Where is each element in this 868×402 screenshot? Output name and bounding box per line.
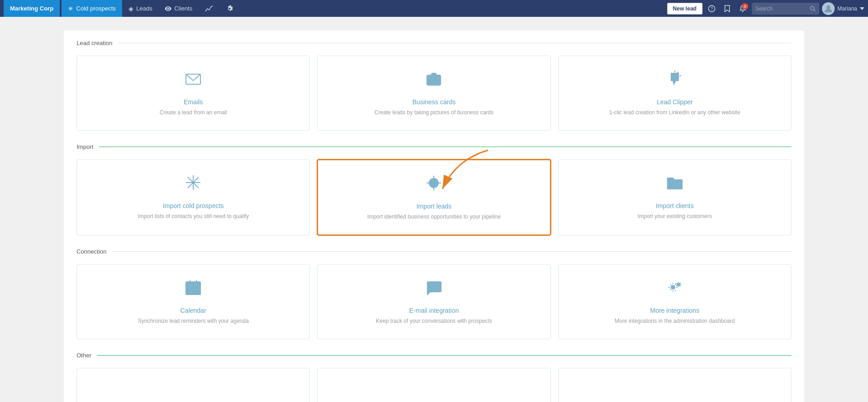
email-integration-desc: Keep track of your conversations with pr…: [376, 317, 492, 325]
more-integrations-title: More integrations: [650, 307, 699, 314]
main-content: Lead creation Emails Create a lead from …: [0, 17, 868, 402]
card-emails[interactable]: Emails Create a lead from an email: [77, 56, 310, 131]
other-grid: [77, 368, 791, 402]
calendar-icon: [184, 278, 202, 300]
import-clients-desc: Import your existing customers: [637, 212, 712, 220]
search-box[interactable]: [752, 3, 819, 15]
nav-leads[interactable]: ◈ Leads: [122, 0, 159, 17]
svg-point-16: [192, 182, 194, 183]
chat-icon: [425, 278, 443, 300]
card-other-1[interactable]: [77, 368, 310, 402]
lead-creation-section-title: Lead creation: [77, 40, 791, 46]
more-integrations-desc: More integrations in the administration …: [615, 317, 734, 325]
svg-text:?: ?: [710, 6, 713, 11]
svg-rect-29: [196, 287, 198, 290]
import-grid: Import cold prospects Import lists of co…: [77, 159, 791, 235]
eye-icon: [165, 5, 171, 12]
card-email-integration[interactable]: E-mail integration Keep track of your co…: [317, 264, 550, 339]
snowflake-icon: ✳: [68, 5, 73, 12]
card-lead-clipper[interactable]: Lead Clipper 1-clic lead creation from L…: [558, 56, 791, 131]
user-menu[interactable]: Mariana: [822, 2, 864, 15]
card-more-integrations[interactable]: More integrations More integrations in t…: [558, 264, 791, 339]
search-input[interactable]: [755, 5, 810, 12]
notification-badge: 4: [742, 3, 748, 10]
lead-clipper-title: Lead Clipper: [657, 98, 693, 106]
calendar-title: Calendar: [180, 307, 206, 314]
bookmark-icon[interactable]: [721, 2, 734, 15]
import-cold-title: Import cold prospects: [163, 202, 224, 209]
emails-title: Emails: [184, 98, 203, 106]
svg-point-18: [433, 182, 435, 184]
search-icon: [810, 6, 816, 11]
card-import-cold-prospects[interactable]: Import cold prospects Import lists of co…: [77, 159, 310, 235]
card-other-2[interactable]: [317, 368, 550, 402]
svg-rect-27: [189, 287, 191, 290]
lead-clipper-desc: 1-clic lead creation from LinkedIn or an…: [609, 108, 740, 117]
import-section-title: Import: [77, 143, 791, 150]
notifications-icon[interactable]: 4: [736, 2, 749, 15]
nav-settings[interactable]: [220, 0, 240, 17]
svg-line-10: [679, 76, 681, 76]
card-business-cards[interactable]: Business cards Create leads by taking pi…: [317, 56, 550, 131]
leads-icon: ◈: [128, 5, 134, 12]
calendar-desc: Synchronize lead reminders with your age…: [138, 317, 248, 325]
nav-chart[interactable]: [199, 0, 220, 17]
nav-cold-prospects[interactable]: ✳ Cold prospects: [62, 0, 122, 17]
snowflake-icon: [184, 173, 202, 196]
brand-logo[interactable]: Marketing Corp: [4, 0, 60, 17]
email-integration-title: E-mail integration: [409, 307, 459, 314]
svg-point-4: [827, 5, 830, 9]
lead-creation-grid: Emails Create a lead from an email Busin…: [77, 56, 791, 131]
card-import-leads[interactable]: Import leads Import identified business …: [317, 159, 550, 235]
top-navigation: Marketing Corp ✳ Cold prospects ◈ Leads …: [0, 0, 868, 17]
top-actions: New lead ? 4 Mariana: [667, 2, 864, 15]
new-lead-button[interactable]: New lead: [667, 3, 703, 15]
import-leads-title: Import leads: [416, 203, 452, 210]
other-section-title: Other: [77, 352, 791, 359]
connection-section-title: Connection: [77, 248, 791, 255]
svg-rect-30: [189, 291, 191, 293]
camera-icon: [425, 70, 443, 92]
folder-icon: [666, 173, 684, 196]
svg-point-34: [671, 285, 675, 289]
gears-icon: [666, 278, 684, 300]
avatar: [822, 2, 835, 15]
card-calendar[interactable]: Calendar Synchronize lead reminders with…: [77, 264, 310, 339]
svg-rect-28: [192, 287, 195, 290]
business-cards-desc: Create leads by taking pictures of busin…: [375, 108, 493, 117]
card-other-3[interactable]: [558, 368, 791, 402]
email-icon: [184, 70, 202, 92]
card-import-clients[interactable]: Import clients Import your existing cust…: [558, 159, 791, 235]
connection-grid: Calendar Synchronize lead reminders with…: [77, 264, 791, 339]
crosshair-icon: [425, 174, 443, 196]
import-clients-title: Import clients: [656, 202, 693, 209]
emails-desc: Create a lead from an email: [159, 108, 227, 117]
help-icon[interactable]: ?: [705, 2, 718, 15]
svg-line-3: [814, 10, 815, 11]
content-card: Lead creation Emails Create a lead from …: [64, 31, 804, 402]
chevron-down-icon: [860, 7, 864, 10]
svg-point-7: [431, 77, 437, 83]
user-name: Mariana: [837, 5, 857, 12]
svg-rect-31: [192, 291, 195, 293]
business-cards-title: Business cards: [412, 98, 456, 106]
import-leads-desc: Import identified business opportunities…: [367, 213, 501, 221]
nav-clients[interactable]: Clients: [159, 0, 199, 17]
svg-point-35: [677, 283, 680, 286]
import-cold-desc: Import lists of contacts you still need …: [138, 212, 249, 220]
pointer-icon: [666, 70, 684, 92]
svg-point-2: [811, 6, 814, 10]
